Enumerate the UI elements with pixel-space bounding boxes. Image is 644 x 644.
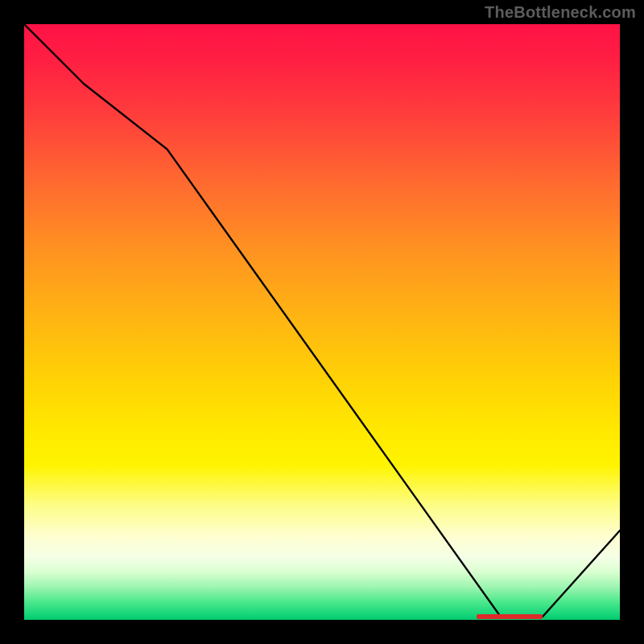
bottleneck-curve	[24, 24, 620, 617]
chart-frame: TheBottleneck.com	[0, 0, 644, 644]
curve-svg	[24, 24, 620, 620]
plot-area	[24, 24, 620, 620]
optimal-range-marker	[477, 614, 542, 619]
watermark-text: TheBottleneck.com	[485, 3, 636, 22]
